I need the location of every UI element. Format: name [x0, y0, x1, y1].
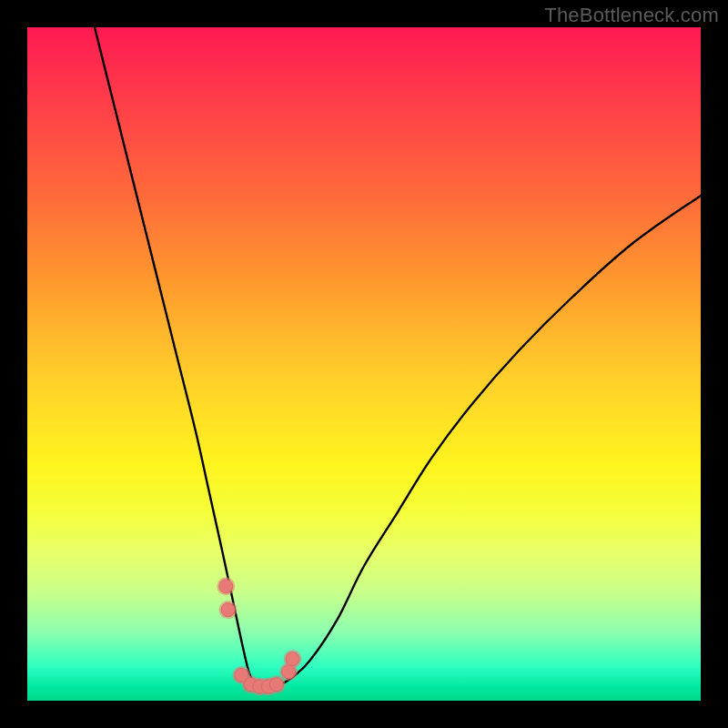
marker-dot — [286, 652, 299, 666]
marker-dot — [269, 678, 283, 692]
bottleneck-curve — [95, 27, 701, 687]
curve-svg — [27, 27, 701, 701]
marker-dot — [219, 580, 233, 593]
marker-dot — [221, 603, 235, 617]
highlight-markers — [217, 577, 301, 695]
plot-area — [27, 27, 701, 701]
watermark-label: TheBottleneck.com — [544, 4, 719, 27]
chart-frame: TheBottleneck.com — [0, 0, 728, 728]
